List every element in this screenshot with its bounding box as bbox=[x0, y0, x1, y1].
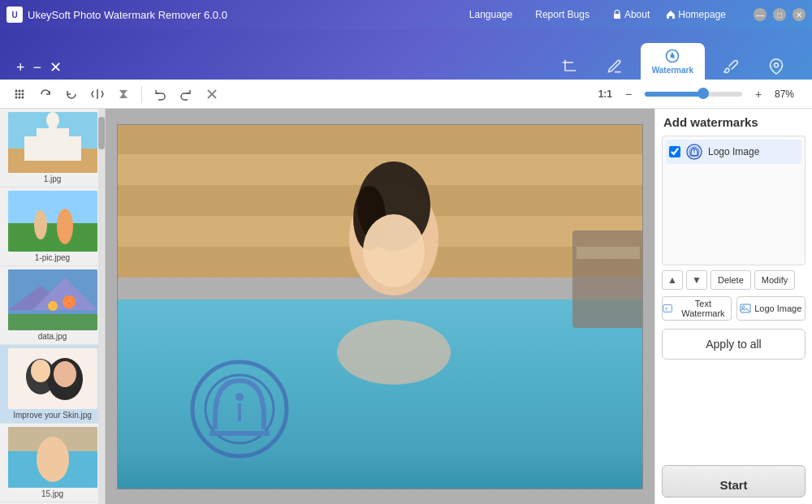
delete-button[interactable]: Delete bbox=[710, 270, 751, 290]
svg-point-11 bbox=[19, 96, 21, 98]
tool-redo[interactable] bbox=[175, 83, 197, 106]
close-button[interactable]: ✕ bbox=[793, 8, 806, 21]
file-item-2[interactable]: 1-pic.jpeg bbox=[0, 187, 105, 266]
thumb-img-1 bbox=[8, 112, 97, 173]
svg-point-21 bbox=[46, 112, 59, 128]
tool-flip-v[interactable] bbox=[112, 83, 135, 106]
svg-point-9 bbox=[22, 93, 24, 95]
tool-flip-h[interactable] bbox=[86, 83, 109, 106]
app-logo: U bbox=[6, 6, 23, 23]
tab-pen[interactable] bbox=[595, 54, 634, 80]
watermark-item-icon-1 bbox=[685, 143, 703, 161]
tool-undo[interactable] bbox=[149, 83, 171, 106]
move-up-button[interactable]: ▲ bbox=[662, 270, 683, 290]
zoom-slider[interactable] bbox=[645, 92, 742, 97]
move-down-button[interactable]: ▼ bbox=[686, 270, 707, 290]
right-panel-title: Add watermarks bbox=[662, 115, 806, 129]
watermark-item-1[interactable]: Logo Image bbox=[666, 140, 801, 164]
file-name-2: 1-pic.jpeg bbox=[35, 253, 70, 262]
add-file-button[interactable]: + bbox=[16, 59, 25, 76]
svg-rect-22 bbox=[24, 136, 37, 161]
file-name-4: Improve your Skin.jpg bbox=[13, 411, 92, 420]
main-canvas[interactable] bbox=[117, 124, 643, 489]
file-item-1[interactable]: 1.jpg bbox=[0, 109, 105, 187]
homepage-button[interactable]: Homepage bbox=[661, 7, 731, 22]
tab-pin[interactable] bbox=[757, 54, 796, 80]
modify-button[interactable]: Modify bbox=[754, 270, 795, 290]
svg-point-41 bbox=[37, 437, 69, 482]
svg-point-6 bbox=[22, 89, 24, 92]
language-button[interactable]: Language bbox=[464, 7, 517, 22]
separator-1 bbox=[141, 86, 142, 102]
svg-point-7 bbox=[15, 93, 18, 95]
zoom-percent: 87% bbox=[775, 88, 804, 100]
header-right: Language Report Bugs About Homepage — □ … bbox=[464, 7, 806, 22]
pen-tab-icon bbox=[607, 58, 623, 75]
thumb-img-5 bbox=[8, 427, 97, 488]
watermark-checkbox-1[interactable] bbox=[669, 146, 680, 157]
tab-crop[interactable] bbox=[550, 54, 589, 80]
zoom-controls: 1:1 − + 87% bbox=[598, 83, 804, 106]
file-thumb-1 bbox=[8, 112, 97, 173]
minimize-button[interactable]: — bbox=[754, 8, 767, 21]
watermark-tab-label: Watermark bbox=[652, 66, 693, 75]
main-layout: 1.jpg 1-pic.jpeg bbox=[0, 109, 812, 504]
tool-rotate-ccw[interactable] bbox=[60, 83, 83, 106]
tab-brush[interactable] bbox=[711, 54, 750, 80]
watermark-tab-icon bbox=[664, 48, 680, 64]
svg-text:T: T bbox=[665, 306, 668, 312]
tab-watermark[interactable]: Watermark bbox=[641, 43, 705, 80]
zoom-thumb[interactable] bbox=[698, 88, 709, 99]
svg-point-53 bbox=[235, 393, 244, 401]
about-button[interactable]: About bbox=[607, 7, 654, 22]
flip-v-icon bbox=[117, 88, 130, 101]
clear-files-button[interactable]: ✕ bbox=[50, 58, 62, 76]
remove-file-button[interactable]: − bbox=[33, 59, 42, 76]
tool-close[interactable] bbox=[201, 83, 223, 106]
canvas-area bbox=[106, 109, 654, 504]
file-item-3[interactable]: data.jpg bbox=[0, 266, 105, 345]
brush-tab-icon bbox=[723, 58, 739, 75]
file-item-4[interactable]: Improve your Skin.jpg bbox=[0, 345, 105, 424]
tab-bar: + − ✕ Watermark bbox=[0, 29, 812, 80]
svg-point-2 bbox=[672, 54, 674, 57]
zoom-out-button[interactable]: − bbox=[617, 83, 640, 106]
rotate-ccw-icon bbox=[65, 88, 78, 101]
logo-text: U bbox=[11, 11, 17, 19]
scene-svg bbox=[118, 125, 643, 489]
crop-tab-icon bbox=[561, 58, 577, 75]
svg-rect-24 bbox=[8, 191, 97, 223]
text-wm-icon: T bbox=[663, 303, 672, 314]
zoom-in-button[interactable]: + bbox=[747, 83, 770, 106]
file-list: 1.jpg 1-pic.jpeg bbox=[0, 109, 105, 504]
title-bar: U UkeySoft Photo Watermark Remover 6.0.0… bbox=[0, 0, 812, 29]
apply-all-button[interactable]: Apply to all bbox=[662, 329, 806, 360]
home-icon bbox=[666, 10, 676, 19]
tool-pattern[interactable] bbox=[8, 83, 31, 106]
logo-image-button[interactable]: Logo Image bbox=[736, 296, 806, 321]
thumb-img-2 bbox=[8, 191, 97, 252]
zoom-preset[interactable]: 1:1 bbox=[598, 88, 612, 100]
svg-point-47 bbox=[363, 214, 425, 287]
tool-rotate-cw[interactable] bbox=[34, 83, 57, 106]
file-name-1: 1.jpg bbox=[44, 174, 62, 183]
text-watermark-button[interactable]: T Text Watermark bbox=[662, 296, 732, 321]
close-tool-icon bbox=[206, 88, 218, 100]
file-item-5[interactable]: 15.jpg bbox=[0, 424, 105, 502]
report-bugs-button[interactable]: Report Bugs bbox=[530, 7, 594, 22]
thumb-img-4 bbox=[8, 348, 97, 409]
svg-point-66 bbox=[742, 306, 745, 308]
svg-point-37 bbox=[31, 360, 50, 382]
start-button[interactable]: Start bbox=[662, 465, 806, 498]
maximize-button[interactable]: □ bbox=[773, 8, 786, 21]
file-name-5: 15.jpg bbox=[41, 489, 63, 498]
file-scrollbar[interactable] bbox=[98, 109, 105, 504]
redo-icon bbox=[179, 88, 192, 101]
svg-point-27 bbox=[57, 209, 73, 244]
svg-point-4 bbox=[15, 89, 18, 92]
watermark-list: Logo Image bbox=[662, 136, 806, 265]
file-scrollbar-thumb[interactable] bbox=[98, 117, 105, 149]
svg-point-61 bbox=[693, 149, 695, 151]
pattern-icon bbox=[13, 88, 26, 101]
svg-point-33 bbox=[48, 301, 58, 311]
